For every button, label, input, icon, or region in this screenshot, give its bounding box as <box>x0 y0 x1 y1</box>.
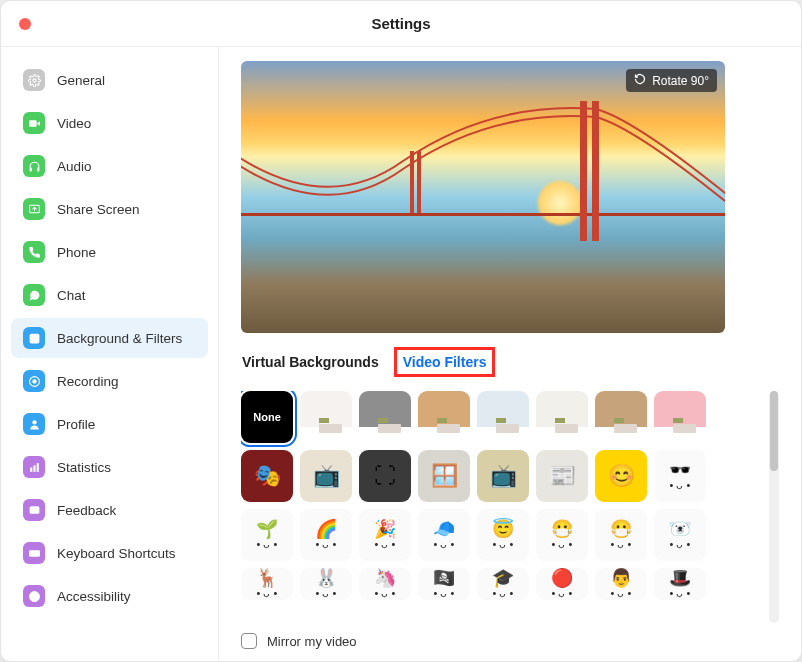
filter-mustache[interactable]: 👨• ᴗ • <box>595 568 647 600</box>
sidebar-item-share-screen[interactable]: Share Screen <box>11 189 208 229</box>
sidebar-item-background-filters[interactable]: Background & Filters <box>11 318 208 358</box>
mirror-video-label: Mirror my video <box>267 634 357 649</box>
sidebar-item-video[interactable]: Video <box>11 103 208 143</box>
filter-room-beige[interactable] <box>595 391 647 443</box>
sidebar-item-recording[interactable]: Recording <box>11 361 208 401</box>
sidebar-item-audio[interactable]: Audio <box>11 146 208 186</box>
filter-none[interactable]: None <box>241 391 293 443</box>
filter-pirate[interactable]: 🏴‍☠️• ᴗ • <box>418 568 470 600</box>
filter-emoji-frame[interactable]: 😊 <box>595 450 647 502</box>
mirror-video-checkbox[interactable] <box>241 633 257 649</box>
filter-room-tan[interactable] <box>418 391 470 443</box>
sidebar-item-statistics[interactable]: Statistics <box>11 447 208 487</box>
svg-rect-19 <box>35 551 36 552</box>
filter-newspaper[interactable]: 📰 <box>536 450 588 502</box>
filter-halo[interactable]: 😇• ᴗ • <box>477 509 529 561</box>
filter-room-light[interactable] <box>536 391 588 443</box>
filter-bunny-ears[interactable]: 🐰• ᴗ • <box>300 568 352 600</box>
sidebar-item-label: Profile <box>57 417 95 432</box>
sidebar-item-label: General <box>57 73 105 88</box>
filter-beret[interactable]: 🔴• ᴗ • <box>536 568 588 600</box>
sidebar-item-general[interactable]: General <box>11 60 208 100</box>
filter-focus-frame[interactable]: ⛶ <box>359 450 411 502</box>
sidebar-item-label: Background & Filters <box>57 331 182 346</box>
scrollbar-thumb[interactable] <box>770 391 778 471</box>
svg-rect-17 <box>30 551 31 552</box>
gear-icon <box>23 69 45 91</box>
stats-icon <box>23 456 45 478</box>
sidebar-item-label: Feedback <box>57 503 116 518</box>
rotate-button[interactable]: Rotate 90° <box>626 69 717 92</box>
titlebar: Settings <box>1 1 801 47</box>
sidebar-item-feedback[interactable]: Feedback <box>11 490 208 530</box>
svg-rect-3 <box>37 167 39 171</box>
svg-rect-10 <box>30 467 32 471</box>
filter-party[interactable]: 🎉• ᴗ • <box>359 509 411 561</box>
svg-point-14 <box>32 508 33 509</box>
filter-grad-cap[interactable]: 🎓• ᴗ • <box>477 568 529 600</box>
svg-rect-16 <box>29 550 40 557</box>
filter-surgical-mask[interactable]: 😷• ᴗ • <box>536 509 588 561</box>
sidebar-item-phone[interactable]: Phone <box>11 232 208 272</box>
filters-grid: None🎭📺⛶🪟📺📰😊🕶️• ᴗ •🌱• ᴗ •🌈• ᴗ •🎉• ᴗ •🧢• ᴗ… <box>241 391 761 623</box>
svg-rect-21 <box>31 554 36 555</box>
svg-point-8 <box>32 379 36 383</box>
window-body: GeneralVideoAudioShare ScreenPhoneChatBa… <box>1 47 801 661</box>
svg-rect-20 <box>37 551 38 552</box>
rotate-icon <box>634 73 646 88</box>
filter-unicorn[interactable]: 🦄• ᴗ • <box>359 568 411 600</box>
filter-vintage-tv[interactable]: 📺 <box>477 450 529 502</box>
sidebar-item-label: Accessibility <box>57 589 131 604</box>
scrollbar[interactable] <box>769 391 779 623</box>
filters-area: None🎭📺⛶🪟📺📰😊🕶️• ᴗ •🌱• ᴗ •🌈• ᴗ •🎉• ᴗ •🧢• ᴗ… <box>241 391 779 623</box>
sidebar: GeneralVideoAudioShare ScreenPhoneChatBa… <box>1 47 219 661</box>
keyboard-icon <box>23 542 45 564</box>
sidebar-item-keyboard-shortcuts[interactable]: Keyboard Shortcuts <box>11 533 208 573</box>
filter-none-label: None <box>253 411 281 423</box>
filter-room-gray[interactable] <box>359 391 411 443</box>
svg-rect-11 <box>33 465 35 472</box>
filter-theater[interactable]: 🎭 <box>241 450 293 502</box>
filter-sprout[interactable]: 🌱• ᴗ • <box>241 509 293 561</box>
svg-point-15 <box>35 508 36 509</box>
svg-point-6 <box>32 335 35 338</box>
phone-icon <box>23 241 45 263</box>
svg-rect-1 <box>29 120 37 127</box>
sidebar-item-accessibility[interactable]: Accessibility <box>11 576 208 616</box>
filter-room-cool[interactable] <box>477 391 529 443</box>
filter-retro-tv[interactable]: 📺 <box>300 450 352 502</box>
sidebar-item-label: Video <box>57 116 91 131</box>
sidebar-item-profile[interactable]: Profile <box>11 404 208 444</box>
record-icon <box>23 370 45 392</box>
person-box-icon <box>23 327 45 349</box>
close-window-button[interactable] <box>19 18 31 30</box>
svg-rect-2 <box>29 167 31 171</box>
share-icon <box>23 198 45 220</box>
footer: Mirror my video <box>241 633 779 651</box>
feedback-icon <box>23 499 45 521</box>
filter-deal-with-it[interactable]: 🕶️• ᴗ • <box>654 450 706 502</box>
sidebar-item-label: Share Screen <box>57 202 140 217</box>
sidebar-item-chat[interactable]: Chat <box>11 275 208 315</box>
accessibility-icon <box>23 585 45 607</box>
tab-virtual-backgrounds[interactable]: Virtual Backgrounds <box>241 352 380 372</box>
filter-medical-mask[interactable]: 😷• ᴗ • <box>595 509 647 561</box>
filter-detective[interactable]: 🎩• ᴗ • <box>654 568 706 600</box>
window-title: Settings <box>1 15 801 32</box>
sidebar-item-label: Statistics <box>57 460 111 475</box>
headphones-icon <box>23 155 45 177</box>
camera-icon <box>23 112 45 134</box>
chat-icon <box>23 284 45 306</box>
svg-rect-12 <box>36 463 38 472</box>
filter-room-pink[interactable] <box>654 391 706 443</box>
filter-rainbow[interactable]: 🌈• ᴗ • <box>300 509 352 561</box>
filter-bear[interactable]: 🐻‍❄️• ᴗ • <box>654 509 706 561</box>
filter-room-white[interactable] <box>300 391 352 443</box>
tab-video-filters[interactable]: Video Filters <box>394 347 496 377</box>
svg-rect-18 <box>32 551 33 552</box>
filter-antlers[interactable]: 🦌• ᴗ • <box>241 568 293 600</box>
filter-window[interactable]: 🪟 <box>418 450 470 502</box>
sidebar-item-label: Recording <box>57 374 119 389</box>
sidebar-item-label: Audio <box>57 159 92 174</box>
filter-cap[interactable]: 🧢• ᴗ • <box>418 509 470 561</box>
